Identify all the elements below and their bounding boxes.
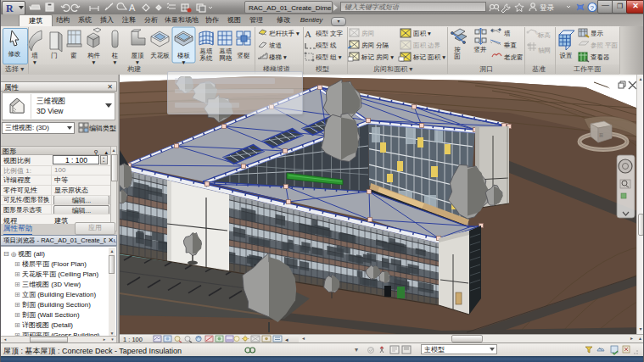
svg-text:A: A (129, 3, 136, 13)
svg-text:◂: ◂ (285, 337, 288, 343)
svg-text:A: A (305, 29, 311, 39)
svg-text:?: ? (591, 4, 595, 12)
svg-text:前: 前 (599, 132, 603, 137)
svg-text:登录: 登录 (540, 3, 555, 12)
